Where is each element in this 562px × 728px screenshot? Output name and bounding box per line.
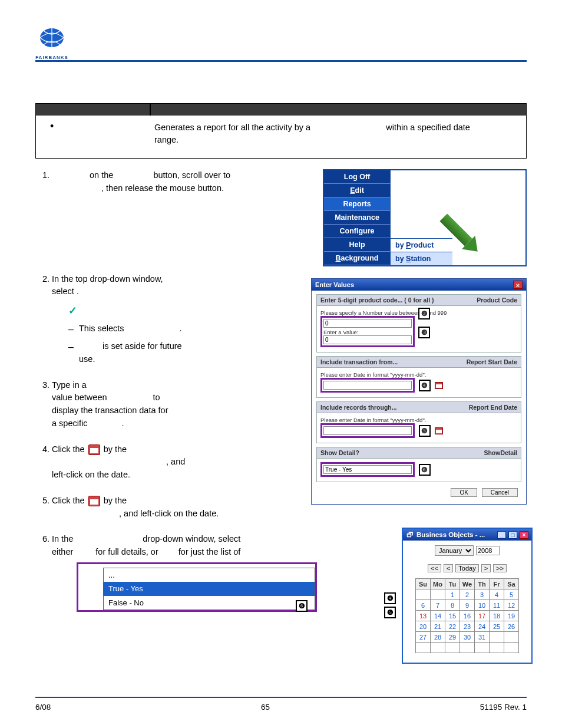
- product-code-input[interactable]: [323, 319, 412, 328]
- product-code-value-input[interactable]: [323, 335, 412, 344]
- close-icon[interactable]: ×: [513, 281, 523, 289]
- calendar-day[interactable]: 18: [490, 611, 504, 621]
- menu-item-background[interactable]: Background: [324, 252, 390, 265]
- calendar-day[interactable]: 4: [490, 589, 504, 600]
- calendar-day[interactable]: 30: [460, 632, 475, 643]
- steps-list: on the button, scroll over to , then rel…: [52, 169, 300, 612]
- calendar-day[interactable]: 5: [504, 589, 519, 600]
- dropdown-option-selected[interactable]: True - Yes: [104, 582, 315, 596]
- step-2: In the top drop-down window, select . ✓ …: [52, 273, 300, 366]
- calendar-day: [475, 643, 490, 653]
- calendar-day[interactable]: 27: [416, 632, 431, 643]
- calendar-icon: [88, 496, 100, 506]
- callout-badge-4: ❹: [384, 592, 396, 604]
- submenu-item-by-product[interactable]: by Product: [391, 238, 452, 252]
- calendar-day[interactable]: 26: [504, 621, 519, 632]
- submenu-item-by-station[interactable]: by Station: [391, 252, 452, 265]
- page-footer: 6/08 65 51195 Rev. 1: [35, 697, 527, 711]
- grey-cell-1: [36, 104, 151, 116]
- year-input[interactable]: [476, 546, 500, 555]
- calendar-day[interactable]: 1: [445, 589, 460, 600]
- calendar-day[interactable]: 7: [431, 600, 445, 611]
- calendar-day[interactable]: 6: [416, 600, 431, 611]
- calendar-day[interactable]: 19: [504, 611, 519, 621]
- menu-item-log-off[interactable]: Log Off: [324, 170, 390, 184]
- dropdown-option[interactable]: False - No: [104, 596, 315, 610]
- grey-cell-2: [151, 104, 526, 116]
- minimize-icon[interactable]: _: [497, 531, 506, 539]
- calendar-day[interactable]: 2: [460, 589, 475, 600]
- calendar-day[interactable]: 10: [475, 600, 490, 611]
- show-detail-input[interactable]: [323, 465, 412, 474]
- menu-item-edit[interactable]: Edit: [324, 184, 390, 197]
- calendar-day: [490, 632, 504, 643]
- calendar-day[interactable]: 14: [431, 611, 445, 621]
- calendar-day: [460, 643, 475, 653]
- callout-badge-3: ❸: [418, 327, 430, 338]
- calendar-icon[interactable]: [435, 382, 443, 389]
- month-select[interactable]: January: [435, 545, 474, 556]
- report-description: Generates a report for all the activity …: [151, 116, 526, 158]
- today-button[interactable]: Today: [455, 564, 478, 572]
- calendar-day[interactable]: 17: [475, 611, 490, 621]
- step-4: Click the by the , and left-click on the…: [52, 443, 300, 482]
- enter-values-dialog: Enter Values × Enter 5-digit product cod…: [311, 278, 527, 505]
- calendar-day[interactable]: 24: [475, 621, 490, 632]
- calendar-day[interactable]: 21: [431, 621, 445, 632]
- calendar-day[interactable]: 29: [445, 632, 460, 643]
- calendar-day: [504, 643, 519, 653]
- calendar-day: [490, 643, 504, 653]
- calendar-day[interactable]: 15: [445, 611, 460, 621]
- calendar-day[interactable]: 23: [460, 621, 475, 632]
- calendar-day[interactable]: 3: [475, 589, 490, 600]
- calendar-day[interactable]: 28: [431, 632, 445, 643]
- bullet: •: [36, 116, 151, 158]
- end-date-section: Include records through...Report End Dat…: [316, 401, 521, 443]
- page-header: FAIRBANKS: [35, 24, 527, 62]
- calendar-titlebar: 🗗 Business Objects - ... _ □ ×: [403, 529, 531, 541]
- start-date-input[interactable]: [323, 381, 412, 390]
- cancel-button[interactable]: Cancel: [482, 488, 518, 497]
- ok-button[interactable]: OK: [451, 488, 477, 497]
- footer-doc: 51195 Rev. 1: [480, 703, 527, 711]
- callout-badge-4: ❹: [419, 380, 431, 391]
- calendar-day: [504, 632, 519, 643]
- prev-button[interactable]: <: [444, 564, 453, 572]
- calendar-day: [431, 589, 445, 600]
- first-button[interactable]: <<: [428, 564, 441, 572]
- product-code-section: Enter 5-digit product code... ( 0 for al…: [316, 294, 521, 353]
- show-detail-dropdown[interactable]: ... True - Yes False - No: [103, 568, 315, 611]
- next-button[interactable]: >: [481, 564, 491, 572]
- step-1: on the button, scroll over to , then rel…: [52, 169, 300, 260]
- calendar-day[interactable]: 12: [504, 600, 519, 611]
- start-date-section: Include transaction from...Report Start …: [316, 356, 521, 398]
- step-3: Type in a value between to display the t…: [52, 379, 300, 430]
- calendar-day[interactable]: 13: [416, 611, 431, 621]
- checkmark-icon: ✓: [68, 305, 77, 317]
- dropdown-option[interactable]: ...: [104, 568, 315, 582]
- end-date-input[interactable]: [323, 426, 412, 435]
- fairbanks-logo: FAIRBANKS: [35, 24, 68, 57]
- last-button[interactable]: >>: [493, 564, 507, 572]
- menu-item-help[interactable]: Help: [324, 238, 390, 252]
- calendar-day[interactable]: 31: [475, 632, 490, 643]
- calendar-day[interactable]: 20: [416, 621, 431, 632]
- menu-item-configure[interactable]: Configure: [324, 225, 390, 238]
- calendar-day[interactable]: 9: [460, 600, 475, 611]
- app-icon: 🗗: [406, 531, 414, 539]
- close-icon[interactable]: ×: [520, 531, 528, 539]
- calendar-day[interactable]: 8: [445, 600, 460, 611]
- main-menu: Log OffEditReportsMaintenanceConfigureHe…: [323, 169, 527, 266]
- report-description-box: • Generates a report for all the activit…: [35, 103, 527, 159]
- menu-item-reports[interactable]: Reports: [324, 197, 390, 211]
- maximize-icon[interactable]: □: [508, 531, 517, 539]
- calendar-day: [431, 643, 445, 653]
- step-6: In the drop-down window, select either f…: [52, 533, 300, 612]
- step-5: Click the by the , and left-click on the…: [52, 495, 300, 521]
- menu-item-maintenance[interactable]: Maintenance: [324, 211, 390, 225]
- calendar-day[interactable]: 25: [490, 621, 504, 632]
- calendar-day[interactable]: 11: [490, 600, 504, 611]
- calendar-day[interactable]: 16: [460, 611, 475, 621]
- calendar-day[interactable]: 22: [445, 621, 460, 632]
- calendar-icon[interactable]: [435, 427, 443, 434]
